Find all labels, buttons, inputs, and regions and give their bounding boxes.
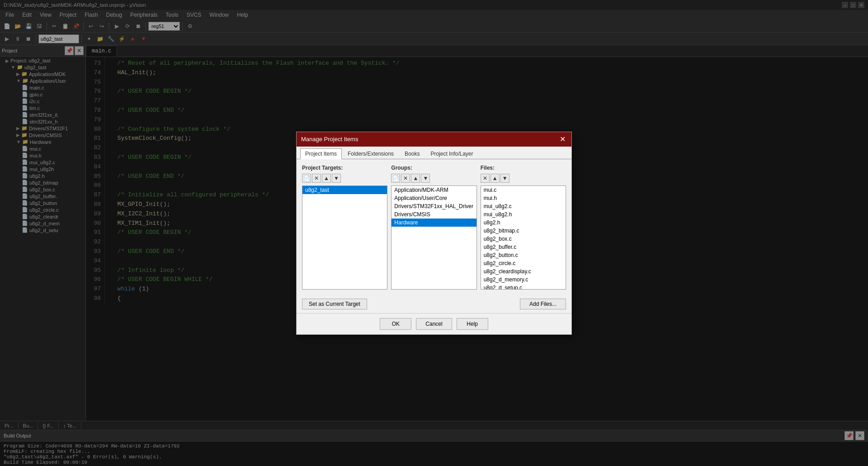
dialog-tabs: Project Items Folders/Extensions Books P… <box>297 147 571 159</box>
groups-list[interactable]: Application/MDK-ARM Application/User/Cor… <box>391 185 476 290</box>
add-files-button[interactable]: Add Files... <box>520 299 566 309</box>
group-item-hardware[interactable]: Hardware <box>392 219 476 227</box>
dialog-body: Project Targets: 📄 ✕ ▲ ▼ u8g2_tast Group… <box>297 159 571 295</box>
new-group-button[interactable]: 📄 <box>391 174 400 183</box>
dialog-title: Manage Project Items <box>301 136 358 143</box>
tab-books[interactable]: Books <box>400 148 425 159</box>
move-file-down-button[interactable]: ▼ <box>500 174 509 183</box>
targets-column: Project Targets: 📄 ✕ ▲ ▼ u8g2_tast <box>302 165 387 290</box>
targets-list[interactable]: u8g2_tast <box>302 185 387 290</box>
file-item[interactable]: mui_u8g2.c <box>481 202 566 210</box>
move-target-down-button[interactable]: ▼ <box>332 174 341 183</box>
ok-button[interactable]: OK <box>380 318 411 330</box>
group-item[interactable]: Application/MDK-ARM <box>392 186 476 194</box>
files-header: Files: <box>481 165 566 171</box>
delete-group-button[interactable]: ✕ <box>401 174 410 183</box>
cancel-button[interactable]: Cancel <box>416 318 452 330</box>
target-item[interactable]: u8g2_tast <box>302 186 387 194</box>
groups-header: Groups: <box>391 165 476 171</box>
files-toolbar: ✕ ▲ ▼ <box>481 174 566 183</box>
groups-toolbar: 📄 ✕ ▲ ▼ <box>391 174 476 183</box>
files-list[interactable]: mui.c mui.h mui_u8g2.c mui_u8g2.h u8g2.h… <box>481 185 566 290</box>
delete-target-button[interactable]: ✕ <box>312 174 321 183</box>
move-group-up-button[interactable]: ▲ <box>411 174 420 183</box>
group-item[interactable]: Drivers/CMSIS <box>392 210 476 219</box>
move-target-up-button[interactable]: ▲ <box>322 174 331 183</box>
file-item[interactable]: u8g2_cleardisplay.c <box>481 267 566 276</box>
targets-toolbar: 📄 ✕ ▲ ▼ <box>302 174 387 183</box>
file-item[interactable]: u8g2.h <box>481 219 566 227</box>
delete-file-button[interactable]: ✕ <box>481 174 490 183</box>
group-item[interactable]: Application/User/Core <box>392 194 476 202</box>
manage-project-dialog: Manage Project Items ✕ Project Items Fol… <box>296 132 572 335</box>
file-item[interactable]: u8g2_d_setup.c <box>481 284 566 290</box>
move-file-up-button[interactable]: ▲ <box>491 174 500 183</box>
file-item[interactable]: u8g2_circle.c <box>481 259 566 267</box>
file-item[interactable]: u8g2_d_memory.c <box>481 276 566 284</box>
dialog-title-bar: Manage Project Items ✕ <box>297 132 571 147</box>
file-item[interactable]: u8g2_box.c <box>481 235 566 243</box>
tab-project-info[interactable]: Project Info/Layer <box>425 148 478 159</box>
file-item[interactable]: mui.h <box>481 194 566 202</box>
group-item[interactable]: Drivers/STM32F1xx_HAL_Driver <box>392 202 476 210</box>
files-column: Files: ✕ ▲ ▼ mui.c mui.h mui_u8g2.c mui_… <box>481 165 566 290</box>
tab-folders-extensions[interactable]: Folders/Extensions <box>343 148 399 159</box>
dialog-columns: Project Targets: 📄 ✕ ▲ ▼ u8g2_tast Group… <box>302 165 566 290</box>
dialog-bottom: Set as Current Target Add Files... <box>297 295 571 313</box>
move-group-down-button[interactable]: ▼ <box>421 174 430 183</box>
targets-header: Project Targets: <box>302 165 387 171</box>
dialog-footer: OK Cancel Help <box>297 313 571 334</box>
file-item[interactable]: u8g2_bitmap.c <box>481 227 566 235</box>
new-target-button[interactable]: 📄 <box>302 174 311 183</box>
help-button[interactable]: Help <box>457 318 488 330</box>
groups-column: Groups: 📄 ✕ ▲ ▼ Application/MDK-ARM Appl… <box>391 165 476 290</box>
set-current-target-button[interactable]: Set as Current Target <box>302 299 367 309</box>
file-item[interactable]: mui.c <box>481 186 566 194</box>
modal-overlay: Manage Project Items ✕ Project Items Fol… <box>0 0 868 466</box>
tab-project-items[interactable]: Project Items <box>300 148 342 159</box>
file-item[interactable]: u8g2_buffer.c <box>481 243 566 251</box>
dialog-close-button[interactable]: ✕ <box>558 135 567 144</box>
file-item[interactable]: mui_u8g2.h <box>481 210 566 219</box>
file-item[interactable]: u8g2_button.c <box>481 251 566 259</box>
